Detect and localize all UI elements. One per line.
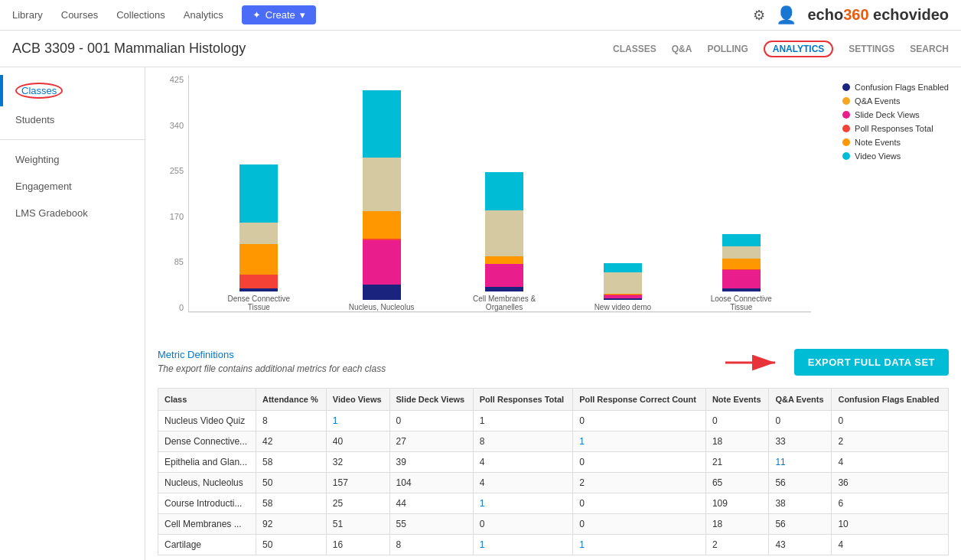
user-icon[interactable]: 👤: [776, 5, 796, 25]
table-cell: 10: [832, 514, 949, 535]
col-attendance: Attendance %: [256, 389, 327, 411]
nav-analytics[interactable]: Analytics: [184, 9, 223, 21]
table-cell: 43: [769, 535, 832, 555]
table-cell: 40: [326, 431, 389, 452]
table-cell: 58: [256, 452, 327, 473]
metric-def-sub: The export file contains additional metr…: [158, 363, 386, 374]
legend-confusion-dot: [842, 83, 850, 91]
legend-poll: Poll Responses Total: [842, 124, 949, 133]
export-button[interactable]: EXPORT FULL DATA SET: [794, 349, 949, 376]
bar-nucleus-base: [363, 158, 401, 211]
legend-confusion-label: Confusion Flags Enabled: [855, 83, 949, 92]
table-cell[interactable]: 11: [769, 452, 832, 473]
table-row: Nucleus, Nucleolus5015710442655636: [158, 473, 949, 493]
table-cell: 42: [256, 431, 327, 452]
sidebar-item-weighting[interactable]: Weighting: [0, 146, 145, 173]
course-title: ACB 3309 - 001 Mammalian Histology: [12, 41, 246, 57]
table-cell: 18: [705, 514, 768, 535]
table-cell[interactable]: 1: [326, 411, 389, 431]
legend-video-dot: [842, 152, 850, 160]
table-row: Dense Connective...4240278118332: [158, 431, 949, 452]
nav-classes[interactable]: CLASSES: [613, 44, 656, 54]
y-label-0: 0: [179, 303, 184, 312]
bar-cell-label: Cell Membranes & Organelles: [470, 295, 539, 311]
legend-qa: Q&A Events: [842, 96, 949, 106]
bar-dense-confusion: [239, 288, 278, 291]
bar-cell-note: [485, 256, 523, 264]
y-label-340: 340: [170, 121, 184, 130]
table-cell: 109: [705, 493, 768, 514]
top-nav-right: ⚙ 👤 echo360 echovideo: [753, 5, 949, 25]
sidebar-item-engagement[interactable]: Engagement: [0, 173, 145, 200]
table-cell: 39: [389, 452, 473, 473]
nav-search[interactable]: SEARCH: [910, 44, 949, 54]
table-cell[interactable]: 1: [573, 431, 706, 452]
table-cell: 8: [256, 411, 327, 431]
legend-qa-label: Q&A Events: [855, 96, 900, 106]
sidebar-item-classes[interactable]: Classes: [0, 75, 145, 106]
sidebar-divider: [0, 139, 145, 140]
table-cell: 0: [573, 411, 706, 431]
table-cell: 8: [473, 431, 572, 452]
chart-wrapper: 425 340 255 170 85 0: [158, 75, 949, 335]
chevron-down-icon: ▾: [300, 9, 305, 21]
chart-y-axis: 425 340 255 170 85 0: [158, 75, 188, 312]
nav-library[interactable]: Library: [12, 9, 43, 21]
y-label-425: 425: [170, 75, 184, 84]
table-cell: 0: [473, 514, 572, 535]
nav-courses[interactable]: Courses: [61, 9, 98, 21]
table-cell: 32: [326, 452, 389, 473]
table-cell: 18: [705, 431, 768, 452]
nav-settings[interactable]: SETTINGS: [849, 44, 894, 54]
table-cell: Dense Connective...: [158, 431, 256, 452]
create-button[interactable]: ✦ Create ▾: [242, 5, 316, 24]
table-cell[interactable]: 1: [573, 535, 706, 555]
legend-confusion: Confusion Flags Enabled: [842, 83, 949, 92]
y-label-85: 85: [174, 257, 184, 266]
bar-loose: Loose Connective Tissue: [707, 75, 776, 311]
table-cell: Nucleus, Nucleolus: [158, 473, 256, 493]
nav-collections[interactable]: Collections: [116, 9, 165, 21]
course-header: ACB 3309 - 001 Mammalian Histology CLASS…: [0, 31, 961, 67]
table-cell: Nucleus Video Quiz: [158, 411, 256, 431]
legend-slide-dot: [842, 111, 850, 119]
metric-def-link[interactable]: Metric Definitions: [158, 349, 234, 360]
table-cell: 0: [573, 514, 706, 535]
top-nav: Library Courses Collections Analytics ✦ …: [0, 0, 961, 31]
bar-cell-slide: [485, 264, 523, 287]
bar-nucleus: Nucleus, Nucleolus: [349, 75, 415, 311]
bar-dense-note: [239, 244, 278, 275]
table-cell: Cell Membranes ...: [158, 514, 256, 535]
table-cell[interactable]: 1: [473, 535, 572, 555]
bar-cell: Cell Membranes & Organelles: [470, 75, 539, 311]
col-class: Class: [158, 389, 256, 411]
table-row: Cell Membranes ...92515500185610: [158, 514, 949, 535]
table-cell: 0: [832, 411, 949, 431]
bar-loose-label: Loose Connective Tissue: [707, 295, 776, 311]
table-cell: 6: [832, 493, 949, 514]
arrow-icon: [725, 351, 787, 374]
settings-icon[interactable]: ⚙: [753, 7, 765, 24]
sidebar-item-lms-gradebook[interactable]: LMS Gradebook: [0, 200, 145, 226]
echo-logo: echo360 echovideo: [807, 6, 949, 24]
chart-legend: Confusion Flags Enabled Q&A Events Slide…: [842, 83, 949, 165]
legend-slide-label: Slide Deck Views: [855, 110, 920, 119]
nav-polling[interactable]: POLLING: [707, 44, 748, 54]
table-row: Nucleus Video Quiz81010000: [158, 411, 949, 431]
y-label-255: 255: [170, 166, 184, 175]
table-header-row: Class Attendance % Video Views Slide Dec…: [158, 389, 949, 411]
course-nav: CLASSES Q&A POLLING ANALYTICS SETTINGS S…: [613, 41, 949, 57]
metric-definitions: Metric Definitions The export file conta…: [158, 343, 386, 382]
nav-analytics-active[interactable]: ANALYTICS: [764, 41, 834, 57]
table-cell: 1: [473, 411, 572, 431]
legend-note: Note Events: [842, 138, 949, 147]
legend-poll-dot: [842, 125, 850, 132]
sidebar-item-students[interactable]: Students: [0, 106, 145, 133]
table-cell: 4: [832, 452, 949, 473]
table-cell: 8: [389, 535, 473, 555]
table-cell[interactable]: 1: [473, 493, 572, 514]
table-cell: 0: [573, 493, 706, 514]
nav-qa[interactable]: Q&A: [672, 44, 692, 54]
create-icon: ✦: [252, 9, 261, 21]
main-layout: Classes Students Weighting Engagement LM…: [0, 67, 961, 560]
